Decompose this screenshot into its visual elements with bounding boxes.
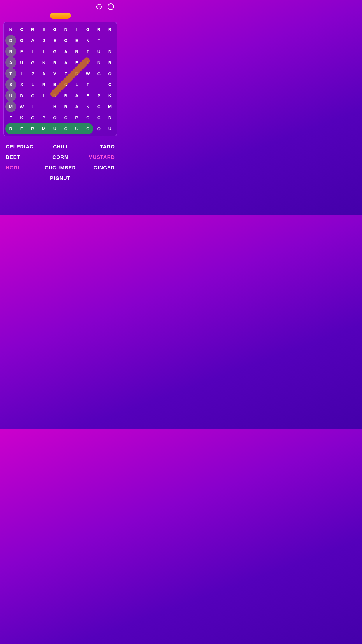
grid-cell[interactable]: C	[104, 79, 115, 90]
grid-cell[interactable]: N	[82, 101, 94, 112]
grid-cell[interactable]: C	[82, 112, 94, 123]
grid-cell[interactable]: M	[104, 101, 115, 112]
grid-cell[interactable]: Q	[93, 123, 104, 134]
grid-cell[interactable]: Z	[27, 68, 38, 79]
grid-cell[interactable]: G	[27, 57, 38, 68]
grid-cell[interactable]: B	[49, 79, 60, 90]
grid-cell[interactable]: A	[60, 46, 71, 57]
grid-cell[interactable]: D	[16, 90, 27, 101]
grid-cell[interactable]: W	[82, 68, 94, 79]
grid-cell[interactable]: D	[104, 112, 115, 123]
grid-cell[interactable]: C	[60, 112, 71, 123]
grid-cell[interactable]: C	[93, 112, 104, 123]
grid-cell[interactable]: R	[27, 24, 38, 35]
grid-cell[interactable]: K	[104, 90, 115, 101]
grid-cell[interactable]: N	[93, 57, 104, 68]
grid-cell[interactable]: L	[71, 79, 82, 90]
grid-cell[interactable]: T	[82, 46, 94, 57]
grid-cell[interactable]: O	[16, 35, 27, 46]
grid-cell[interactable]: B	[27, 123, 38, 134]
grid-cell[interactable]: C	[60, 123, 71, 134]
grid-cell[interactable]: I	[82, 57, 94, 68]
grid-cell[interactable]: C	[93, 101, 104, 112]
grid-cell[interactable]: R	[71, 68, 82, 79]
grid-cell[interactable]: B	[60, 90, 71, 101]
grid-cell[interactable]: I	[38, 46, 49, 57]
grid-cell[interactable]: E	[71, 35, 82, 46]
grid-cell[interactable]: U	[104, 123, 115, 134]
grid-cell[interactable]: L	[38, 101, 49, 112]
grid-cell[interactable]: C	[82, 123, 94, 134]
grid-cell[interactable]: J	[38, 35, 49, 46]
grid-cell[interactable]: E	[16, 123, 27, 134]
grid-cell[interactable]: N	[49, 90, 60, 101]
grid-cell[interactable]: E	[60, 68, 71, 79]
grid-cell[interactable]: E	[16, 46, 27, 57]
grid-cell[interactable]: G	[93, 68, 104, 79]
grid-cell[interactable]: D	[5, 35, 16, 46]
grid-cell[interactable]: A	[5, 57, 16, 68]
grid-cell[interactable]: U	[93, 46, 104, 57]
grid-cell[interactable]: R	[38, 79, 49, 90]
grid-cell[interactable]: O	[60, 35, 71, 46]
grid-cell[interactable]: E	[71, 57, 82, 68]
grid-cell[interactable]: M	[5, 101, 16, 112]
grid-cell[interactable]: G	[49, 46, 60, 57]
grid-cell[interactable]: G	[49, 24, 60, 35]
grid-cell[interactable]: I	[104, 35, 115, 46]
grid-cell[interactable]: N	[38, 57, 49, 68]
grid-cell[interactable]: E	[38, 24, 49, 35]
grid-cell[interactable]: R	[5, 123, 16, 134]
grid-cell[interactable]: L	[27, 101, 38, 112]
grid-cell[interactable]: A	[38, 68, 49, 79]
grid-cell[interactable]: O	[27, 112, 38, 123]
grid-cell[interactable]: A	[60, 57, 71, 68]
grid-cell[interactable]: C	[27, 90, 38, 101]
grid-cell[interactable]: A	[71, 101, 82, 112]
grid-cell[interactable]: X	[16, 79, 27, 90]
grid-cell[interactable]: R	[60, 101, 71, 112]
grid-cell[interactable]: S	[5, 79, 16, 90]
grid-cell[interactable]: U	[49, 123, 60, 134]
grid-cell[interactable]: U	[5, 90, 16, 101]
grid-cell[interactable]: N	[82, 35, 94, 46]
grid-cell[interactable]: V	[49, 68, 60, 79]
grid-cell[interactable]: U	[16, 57, 27, 68]
grid-cell[interactable]: N	[104, 46, 115, 57]
grid-cell[interactable]: W	[16, 101, 27, 112]
grid-cell[interactable]: C	[16, 24, 27, 35]
grid-cell[interactable]: I	[38, 90, 49, 101]
grid-cell[interactable]: E	[82, 90, 94, 101]
grid-cell[interactable]: R	[104, 57, 115, 68]
grid-cell[interactable]: I	[71, 24, 82, 35]
grid-cell[interactable]: N	[5, 24, 16, 35]
grid-cell[interactable]: R	[104, 24, 115, 35]
grid-cell[interactable]: R	[5, 46, 16, 57]
grid-cell[interactable]: T	[82, 79, 94, 90]
grid-cell[interactable]: I	[27, 46, 38, 57]
grid-cell[interactable]: N	[60, 24, 71, 35]
grid-cell[interactable]: R	[93, 24, 104, 35]
grid-cell[interactable]: T	[93, 35, 104, 46]
grid-cell[interactable]: P	[93, 90, 104, 101]
grid-cell[interactable]: O	[104, 68, 115, 79]
grid-cell[interactable]: O	[49, 112, 60, 123]
grid-cell[interactable]: O	[60, 79, 71, 90]
grid-cell[interactable]: I	[93, 79, 104, 90]
grid-cell[interactable]: G	[82, 24, 94, 35]
grid-cell[interactable]: I	[16, 68, 27, 79]
grid-cell[interactable]: P	[38, 112, 49, 123]
grid-cell[interactable]: A	[27, 35, 38, 46]
grid-cell[interactable]: K	[16, 112, 27, 123]
grid-cell[interactable]: E	[5, 112, 16, 123]
grid-cell[interactable]: U	[71, 123, 82, 134]
grid-cell[interactable]: R	[49, 57, 60, 68]
grid-cell[interactable]: A	[71, 90, 82, 101]
grid-cell[interactable]: H	[49, 101, 60, 112]
grid-cell[interactable]: B	[71, 112, 82, 123]
grid-cell[interactable]: R	[71, 46, 82, 57]
grid-cell[interactable]: T	[5, 68, 16, 79]
grid-cell[interactable]: L	[27, 79, 38, 90]
grid-cell[interactable]: E	[49, 35, 60, 46]
grid-cell[interactable]: M	[38, 123, 49, 134]
